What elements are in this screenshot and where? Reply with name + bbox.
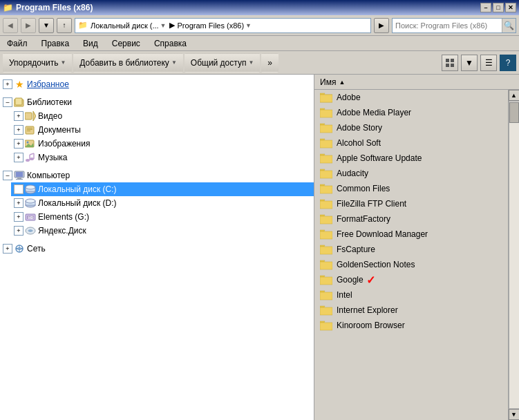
file-row[interactable]: FormatFactory bbox=[314, 211, 508, 227]
yandex-icon bbox=[25, 225, 36, 236]
expand-libraries[interactable]: – bbox=[3, 97, 12, 107]
file-row[interactable]: Apple Software Update bbox=[314, 151, 508, 166]
file-row[interactable]: Kinoroom Browser bbox=[314, 318, 508, 333]
svg-point-29 bbox=[26, 199, 35, 203]
file-row[interactable]: FileZilla FTP Client bbox=[314, 196, 508, 211]
file-row[interactable]: Adobe Story bbox=[314, 120, 508, 135]
file-row[interactable]: Adobe bbox=[314, 90, 508, 105]
tree-item-elements-g[interactable]: + HD Elements (G:) bbox=[11, 210, 314, 224]
expand-network[interactable]: + bbox=[3, 244, 12, 254]
close-button[interactable]: ✕ bbox=[505, 3, 516, 12]
tree-item-network[interactable]: + Сеть bbox=[0, 242, 314, 256]
svg-rect-49 bbox=[320, 277, 332, 285]
go-button[interactable]: ▶ bbox=[374, 18, 389, 33]
tree-item-yandex[interactable]: + Яндекс.Диск bbox=[11, 224, 314, 238]
file-row[interactable]: GoldenSection Notes bbox=[314, 257, 508, 272]
network-icon bbox=[14, 243, 25, 254]
tree-item-disk-d[interactable]: + Локальный диск (D:) bbox=[11, 196, 314, 210]
tree-item-music[interactable]: + Музыка bbox=[11, 151, 314, 164]
tree-item-video[interactable]: + Видео bbox=[11, 109, 314, 123]
svg-point-26 bbox=[26, 185, 35, 189]
svg-rect-39 bbox=[320, 125, 332, 133]
file-row[interactable]: Free Download Manager bbox=[314, 227, 508, 242]
file-row[interactable]: Intel bbox=[314, 287, 508, 303]
expand-images[interactable]: + bbox=[14, 139, 23, 149]
folder-icon bbox=[320, 305, 332, 316]
file-row[interactable]: Alcohol Soft bbox=[314, 135, 508, 151]
minimize-button[interactable]: – bbox=[480, 3, 491, 12]
recent-pages-button[interactable]: ▼ bbox=[39, 18, 54, 33]
file-row[interactable]: Common Files bbox=[314, 181, 508, 196]
preview-pane-button[interactable]: ☰ bbox=[480, 55, 497, 71]
tree-item-libraries[interactable]: – Библиотеки bbox=[0, 95, 314, 109]
disk-c-label: Локальный диск (C:) bbox=[38, 184, 117, 194]
window-title: Program Files (x86) bbox=[16, 3, 93, 12]
expand-favorites[interactable]: + bbox=[3, 79, 12, 89]
organize-button[interactable]: Упорядочить ▼ bbox=[3, 53, 72, 73]
expand-disk-d[interactable]: + bbox=[14, 198, 23, 208]
more-button[interactable]: » bbox=[261, 53, 279, 73]
maximize-button[interactable]: □ bbox=[493, 3, 504, 12]
file-row[interactable]: Adobe Media Player bbox=[314, 105, 508, 120]
folder-icon bbox=[320, 198, 332, 209]
search-button[interactable]: 🔍 bbox=[502, 19, 516, 32]
tree-item-favorites[interactable]: + ★ Избранное bbox=[0, 77, 314, 91]
file-row[interactable]: Internet Explorer bbox=[314, 303, 508, 318]
file-row[interactable]: FsCapture bbox=[314, 242, 508, 257]
scroll-down-button[interactable]: ▼ bbox=[509, 409, 520, 420]
file-scrollbar[interactable]: ▲ ▼ bbox=[508, 90, 519, 420]
main-content: + ★ Избранное – Библиотеки + Видео + bbox=[0, 75, 519, 420]
folder-icon bbox=[320, 289, 332, 300]
svg-rect-21 bbox=[16, 172, 23, 177]
svg-rect-9 bbox=[27, 128, 32, 128]
expand-yandex[interactable]: + bbox=[14, 226, 23, 236]
menu-service[interactable]: Сервис bbox=[109, 38, 143, 49]
organize-label: Упорядочить bbox=[9, 58, 58, 68]
folder-icon bbox=[320, 320, 332, 331]
scroll-up-button[interactable]: ▲ bbox=[509, 90, 520, 101]
path-segment-2: Program Files (x86) ▼ bbox=[178, 21, 252, 30]
expand-documents[interactable]: + bbox=[14, 125, 23, 135]
expand-elements-g[interactable]: + bbox=[14, 212, 23, 222]
tree-item-documents[interactable]: + Документы bbox=[11, 123, 314, 137]
path-arrow: ▼ bbox=[160, 22, 167, 29]
file-row[interactable]: Audacity bbox=[314, 166, 508, 181]
expand-music[interactable]: + bbox=[14, 153, 23, 162]
up-button[interactable]: ↑ bbox=[57, 18, 72, 33]
tree-item-disk-c[interactable]: + Локальный диск (C:) bbox=[11, 182, 314, 196]
help-button[interactable]: ? bbox=[500, 55, 516, 71]
forward-button[interactable]: ▶ bbox=[21, 18, 36, 33]
tree-item-images[interactable]: + Изображения bbox=[11, 137, 314, 151]
scroll-track[interactable] bbox=[509, 101, 520, 409]
window-icon: 📁 bbox=[3, 3, 13, 12]
file-list: Adobe Adobe Media Player Adobe Story bbox=[314, 90, 508, 420]
view-details-button[interactable] bbox=[442, 55, 458, 71]
search-input[interactable] bbox=[393, 20, 502, 31]
menu-edit[interactable]: Правка bbox=[39, 38, 73, 49]
address-path[interactable]: 📁 Локальный диск (... ▼ ▶ Program Files … bbox=[75, 18, 371, 33]
search-box[interactable]: 🔍 bbox=[392, 18, 516, 33]
video-icon bbox=[25, 111, 36, 122]
view-arrow-button[interactable]: ▼ bbox=[461, 55, 478, 71]
menu-file[interactable]: Файл bbox=[4, 38, 30, 49]
svg-marker-7 bbox=[33, 111, 36, 121]
file-row[interactable]: Google ✓ bbox=[314, 272, 508, 287]
column-name-header[interactable]: Имя ▲ bbox=[317, 75, 505, 89]
svg-rect-41 bbox=[320, 155, 332, 163]
svg-rect-2 bbox=[446, 64, 449, 67]
svg-rect-38 bbox=[320, 110, 332, 117]
menu-help[interactable]: Справка bbox=[151, 38, 189, 49]
expand-video[interactable]: + bbox=[14, 111, 23, 121]
svg-rect-5 bbox=[15, 98, 22, 105]
share-button[interactable]: Общий доступ ▼ bbox=[185, 53, 261, 73]
svg-rect-37 bbox=[320, 95, 332, 102]
add-library-button[interactable]: Добавить в библиотеку ▼ bbox=[73, 53, 182, 73]
sort-arrow: ▲ bbox=[339, 79, 345, 86]
tree-item-computer[interactable]: – Компьютер bbox=[0, 169, 314, 182]
file-header: Имя ▲ bbox=[314, 75, 519, 90]
expand-computer[interactable]: – bbox=[3, 171, 12, 180]
menu-view[interactable]: Вид bbox=[80, 38, 101, 49]
back-button[interactable]: ◀ bbox=[3, 18, 18, 33]
expand-disk-c[interactable]: + bbox=[14, 184, 23, 194]
scroll-thumb[interactable] bbox=[509, 102, 519, 123]
